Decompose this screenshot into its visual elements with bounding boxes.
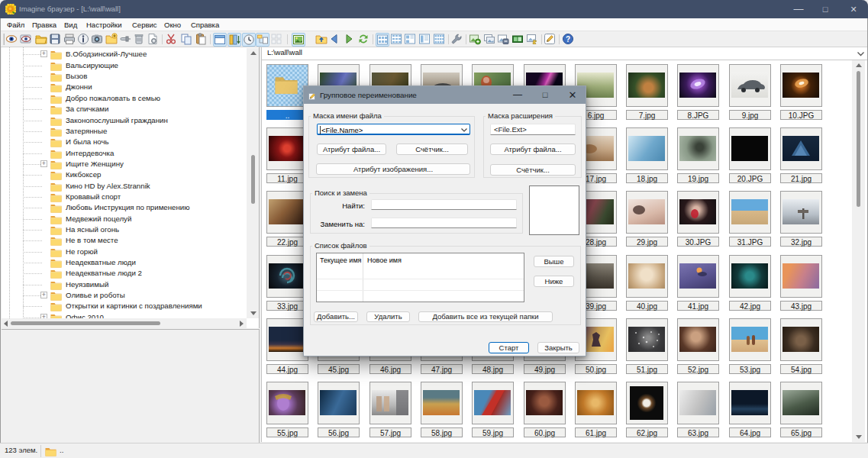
svg-text:?: ?: [566, 35, 570, 44]
